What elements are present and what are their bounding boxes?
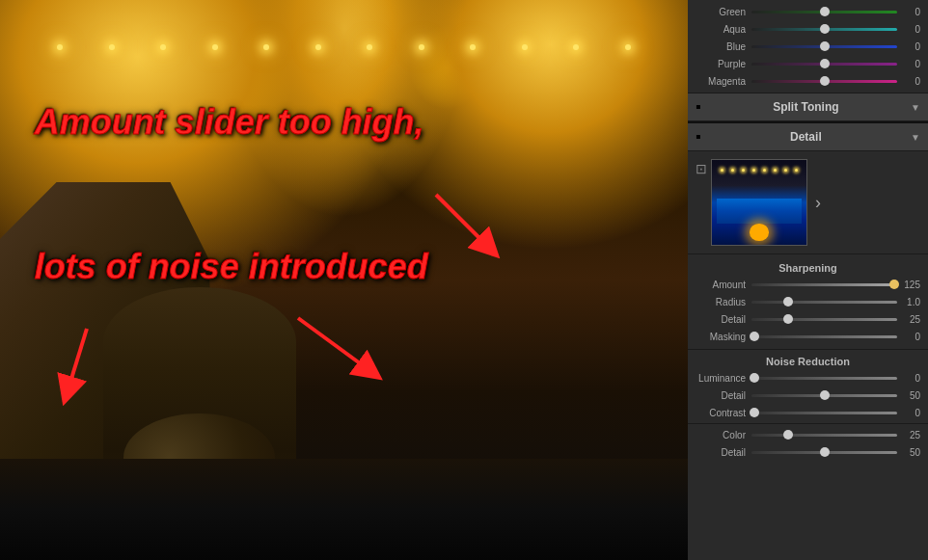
color-detail-label: Detail xyxy=(696,447,746,458)
noise-detail-value: 50 xyxy=(903,390,920,401)
thumb-lights xyxy=(717,169,802,172)
split-toning-expand-icon[interactable]: ▼ xyxy=(911,102,920,113)
sharpening-amount-row: Amount 125 xyxy=(688,276,928,293)
water-reflection xyxy=(0,459,688,560)
luminance-value: 0 xyxy=(903,373,920,384)
svg-line-1 xyxy=(436,195,489,248)
color-label: Color xyxy=(696,430,746,440)
green-label: Green xyxy=(696,7,746,17)
color-detail-row: Detail 50 xyxy=(688,443,928,461)
color-section: Color 25 Detail 50 xyxy=(688,423,928,463)
purple-slider-row: Purple 0 xyxy=(688,55,928,72)
radius-thumb[interactable] xyxy=(783,297,793,307)
amount-value: 125 xyxy=(903,280,920,290)
sharpening-detail-track[interactable] xyxy=(751,318,897,321)
detail-expand-icon[interactable]: ▼ xyxy=(911,132,920,143)
green-track[interactable] xyxy=(751,11,897,13)
luminance-label: Luminance xyxy=(696,373,746,384)
magenta-track[interactable] xyxy=(751,80,897,83)
detail-section-header[interactable]: ▪ Detail ▼ xyxy=(688,121,928,151)
color-track[interactable] xyxy=(751,434,897,437)
sharpening-label: Sharpening xyxy=(688,258,928,276)
noise-reduction-section: Noise Reduction Luminance 0 Detail 50 Co… xyxy=(688,349,928,423)
contrast-value: 0 xyxy=(903,408,920,418)
luminance-thumb[interactable] xyxy=(750,373,759,383)
color-detail-value: 50 xyxy=(903,447,920,458)
blue-track[interactable] xyxy=(751,45,897,48)
split-toning-title: Split Toning xyxy=(701,100,911,114)
color-thumb[interactable] xyxy=(783,430,793,440)
svg-line-3 xyxy=(298,318,370,371)
blue-label: Blue xyxy=(696,41,746,52)
green-thumb[interactable] xyxy=(820,7,830,16)
annotation-text-2: lots of noise introduced xyxy=(35,247,428,287)
noise-detail-label: Detail xyxy=(696,390,746,401)
radius-track[interactable] xyxy=(751,301,897,304)
noise-label: Noise Reduction xyxy=(688,352,928,369)
preview-nav-right[interactable]: › xyxy=(811,193,825,213)
arrow-1 xyxy=(426,185,504,262)
amount-label: Amount xyxy=(696,280,746,290)
aqua-track[interactable] xyxy=(751,28,897,31)
photo-panel: Amount slider too high, lots of noise in… xyxy=(0,0,688,560)
amount-thumb[interactable] xyxy=(889,280,899,289)
right-panel: Green 0 Aqua 0 Blue 0 Purple xyxy=(688,0,928,560)
color-detail-thumb[interactable] xyxy=(820,447,830,457)
purple-track[interactable] xyxy=(751,63,897,66)
contrast-thumb[interactable] xyxy=(750,408,759,417)
contrast-label: Contrast xyxy=(696,408,746,418)
green-value: 0 xyxy=(903,7,920,17)
masking-value: 0 xyxy=(903,332,920,342)
arrow-3 xyxy=(48,319,125,406)
purple-thumb[interactable] xyxy=(820,59,830,68)
blue-value: 0 xyxy=(903,41,920,52)
detail-title: Detail xyxy=(701,130,911,144)
amount-track[interactable] xyxy=(751,283,897,286)
radius-label: Radius xyxy=(696,297,746,307)
masking-thumb[interactable] xyxy=(750,332,759,341)
purple-value: 0 xyxy=(903,59,920,69)
photo-background: Amount slider too high, lots of noise in… xyxy=(0,0,688,560)
sharpening-detail-thumb[interactable] xyxy=(783,314,793,324)
arrow-2 xyxy=(288,308,385,386)
blue-slider-row: Blue 0 xyxy=(688,38,928,55)
aqua-label: Aqua xyxy=(696,24,746,35)
contrast-row: Contrast 0 xyxy=(688,404,928,421)
preview-corner-icon: ⊡ xyxy=(696,161,707,176)
sharpening-detail-label: Detail xyxy=(696,314,746,325)
bridge-lights xyxy=(35,44,654,50)
detail-preview-area: ⊡ › xyxy=(688,151,928,254)
svg-line-5 xyxy=(68,329,87,391)
color-detail-track[interactable] xyxy=(751,451,897,454)
split-toning-section-header[interactable]: ▪ Split Toning ▼ xyxy=(688,93,928,121)
contrast-track[interactable] xyxy=(751,412,897,414)
aqua-value: 0 xyxy=(903,24,920,35)
magenta-value: 0 xyxy=(903,76,920,87)
sharpening-detail-value: 25 xyxy=(903,314,920,325)
noise-detail-thumb[interactable] xyxy=(820,390,830,400)
luminance-track[interactable] xyxy=(751,377,897,380)
green-slider-row: Green 0 xyxy=(688,3,928,20)
color-value: 25 xyxy=(903,430,920,440)
annotation-text-1: Amount slider too high, xyxy=(35,101,424,143)
magenta-slider-row: Magenta 0 xyxy=(688,72,928,90)
sharpening-section: Sharpening Amount 125 Radius 1.0 Detail … xyxy=(688,254,928,349)
blue-thumb[interactable] xyxy=(820,41,830,51)
sharpening-detail-row: Detail 25 xyxy=(688,310,928,328)
noise-detail-row: Detail 50 xyxy=(688,387,928,404)
aqua-slider-row: Aqua 0 xyxy=(688,20,928,38)
masking-label: Masking xyxy=(696,332,746,342)
masking-row: Masking 0 xyxy=(688,328,928,345)
color-row: Color 25 xyxy=(688,426,928,443)
noise-detail-track[interactable] xyxy=(751,394,897,397)
magenta-label: Magenta xyxy=(696,76,746,87)
thumb-glow xyxy=(750,224,769,241)
magenta-thumb[interactable] xyxy=(820,76,830,86)
thumb-blue-bar xyxy=(717,199,802,224)
masking-track[interactable] xyxy=(751,335,897,338)
preview-thumbnail xyxy=(711,159,807,246)
aqua-thumb[interactable] xyxy=(820,24,830,34)
hsl-panel: Green 0 Aqua 0 Blue 0 Purple xyxy=(688,0,928,93)
luminance-row: Luminance 0 xyxy=(688,369,928,387)
radius-value: 1.0 xyxy=(903,297,920,307)
